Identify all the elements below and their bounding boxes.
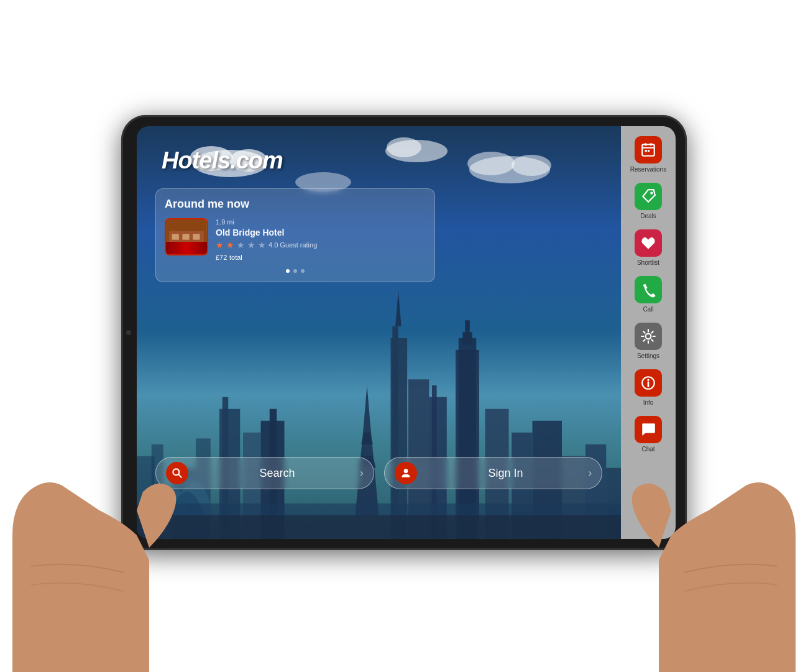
dot-3 bbox=[301, 269, 305, 273]
chat-icon bbox=[640, 421, 656, 438]
hotel-name: Old Bridge Hotel bbox=[216, 228, 426, 237]
deals-icon-bg bbox=[635, 183, 662, 210]
guest-rating: 4.0 Guest rating bbox=[269, 241, 317, 249]
card-content: 1.9 mi Old Bridge Hotel ★ ★ ★ ★ ★ 4.0 Gu… bbox=[165, 218, 426, 262]
signin-label: Sign In bbox=[423, 467, 589, 480]
signin-arrow: › bbox=[589, 467, 592, 479]
info-label: Info bbox=[643, 399, 654, 406]
stars-row: ★ ★ ★ ★ ★ 4.0 Guest rating bbox=[216, 240, 426, 250]
sidebar-item-settings[interactable]: Settings bbox=[626, 318, 671, 363]
hotel-price: £72 total bbox=[216, 252, 426, 262]
hotel-info: 1.9 mi Old Bridge Hotel ★ ★ ★ ★ ★ 4.0 Gu… bbox=[216, 218, 426, 262]
shortlist-label: Shortlist bbox=[637, 259, 659, 266]
reservations-icon-bg bbox=[635, 136, 662, 163]
card-title: Around me now bbox=[165, 198, 426, 211]
svg-rect-41 bbox=[178, 242, 186, 254]
star-1: ★ bbox=[216, 240, 224, 250]
reservations-label: Reservations bbox=[630, 166, 666, 173]
hotel-distance: 1.9 mi bbox=[216, 218, 426, 226]
signin-button[interactable]: Sign In › bbox=[384, 457, 603, 489]
star-2: ★ bbox=[226, 240, 234, 250]
search-icon-bg bbox=[166, 462, 188, 484]
calendar-icon bbox=[640, 142, 656, 158]
settings-label: Settings bbox=[637, 352, 659, 359]
star-3: ★ bbox=[237, 240, 245, 250]
svg-point-52 bbox=[650, 191, 653, 194]
svg-rect-50 bbox=[645, 150, 647, 152]
sidebar-item-info[interactable]: Info bbox=[626, 364, 671, 410]
sidebar-item-chat[interactable]: Chat bbox=[626, 411, 671, 456]
chat-label: Chat bbox=[641, 446, 654, 453]
hotel-card[interactable]: Around me now bbox=[155, 188, 435, 282]
scene: Hotels.com Around me now bbox=[0, 0, 808, 672]
info-icon-bg bbox=[635, 369, 662, 397]
call-icon-bg bbox=[635, 276, 662, 303]
tablet: Hotels.com Around me now bbox=[121, 115, 687, 550]
gear-icon bbox=[640, 328, 656, 344]
search-arrow: › bbox=[360, 467, 363, 479]
user-icon bbox=[400, 467, 412, 479]
settings-icon-bg bbox=[635, 323, 662, 350]
star-4: ★ bbox=[247, 240, 255, 250]
svg-rect-39 bbox=[182, 234, 189, 239]
search-icon bbox=[171, 467, 183, 479]
hotel-thumb-image bbox=[166, 219, 207, 254]
app-main: Hotels.com Around me now bbox=[137, 126, 621, 539]
carousel-dots bbox=[165, 269, 426, 273]
call-label: Call bbox=[643, 306, 653, 313]
svg-line-44 bbox=[178, 474, 181, 477]
screen: Hotels.com Around me now bbox=[137, 126, 676, 539]
sidebar: Reservations Deals bbox=[621, 126, 676, 539]
svg-point-56 bbox=[647, 379, 649, 381]
dot-1 bbox=[286, 269, 290, 273]
phone-icon bbox=[640, 282, 656, 298]
svg-rect-38 bbox=[172, 234, 179, 239]
chat-icon-bg bbox=[635, 416, 662, 443]
action-buttons: Search › Sign In › bbox=[155, 457, 602, 489]
app-logo: Hotels.com bbox=[162, 145, 283, 175]
signin-icon-bg bbox=[395, 462, 417, 484]
sidebar-item-call[interactable]: Call bbox=[626, 271, 671, 316]
deals-label: Deals bbox=[640, 213, 656, 219]
svg-point-53 bbox=[646, 334, 651, 339]
svg-point-45 bbox=[403, 469, 408, 473]
svg-rect-42 bbox=[166, 249, 206, 254]
tag-icon bbox=[640, 188, 656, 205]
svg-rect-51 bbox=[648, 150, 650, 152]
svg-rect-40 bbox=[193, 234, 200, 239]
sidebar-item-deals[interactable]: Deals bbox=[626, 178, 671, 223]
search-button[interactable]: Search › bbox=[155, 457, 374, 489]
sidebar-item-reservations[interactable]: Reservations bbox=[626, 131, 671, 177]
search-label: Search bbox=[195, 467, 360, 480]
hotel-thumbnail bbox=[165, 218, 208, 255]
dot-2 bbox=[293, 269, 297, 273]
heart-icon bbox=[640, 235, 656, 251]
shortlist-icon-bg bbox=[635, 229, 662, 257]
star-5: ★ bbox=[258, 240, 266, 250]
sidebar-item-shortlist[interactable]: Shortlist bbox=[626, 224, 671, 270]
info-icon bbox=[640, 375, 656, 391]
